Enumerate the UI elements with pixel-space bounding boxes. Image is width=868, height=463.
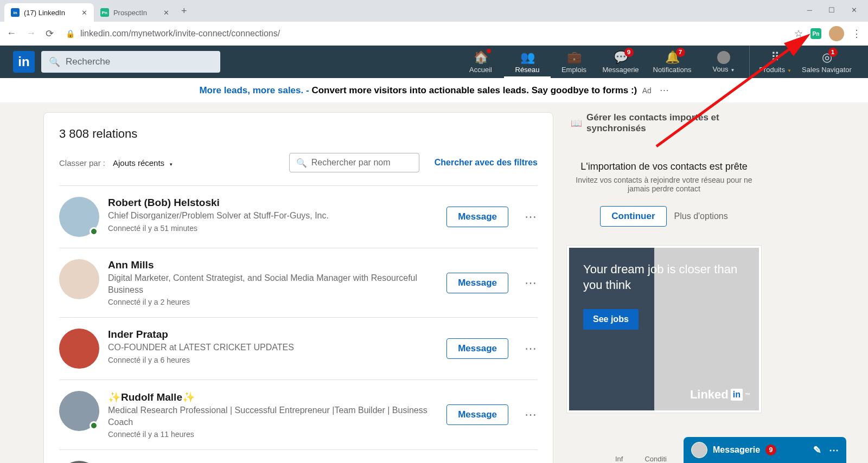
connection-avatar[interactable] [59, 391, 99, 431]
nav-sales-navigator[interactable]: ◎1 Sales Navigator [799, 46, 855, 78]
nav-label: Vous▼ [713, 65, 735, 73]
bell-icon: 🔔7 [665, 50, 680, 65]
nav-label: Messagerie [602, 66, 639, 74]
connection-avatar[interactable] [59, 197, 99, 237]
ad-menu-icon[interactable]: ⋯ [660, 85, 669, 95]
people-icon: 👥 [520, 50, 535, 65]
maximize-icon[interactable]: ☐ [828, 6, 835, 14]
ad-link[interactable]: More leads, more sales. - [199, 85, 309, 95]
search-input[interactable]: 🔍 Recherche [41, 51, 220, 73]
linkedin-header: in 🔍 Recherche 🏠 Accueil 👥 Réseau 💼 Empl… [0, 46, 868, 78]
close-icon[interactable]: ✕ [81, 9, 87, 17]
connection-title: Medical Research Professional | Successf… [108, 404, 438, 428]
connection-name[interactable]: ✨Rudolf Malle✨ [108, 391, 438, 403]
connection-count: 3 808 relations [59, 127, 538, 141]
compose-icon[interactable]: ✎ [813, 444, 821, 456]
new-tab-button[interactable]: + [176, 5, 193, 17]
connection-title: CO-FOUNDER at LATEST CRICKET UPDATES [108, 342, 438, 353]
back-icon[interactable]: ← [7, 28, 16, 40]
dock-label: Messagerie [713, 445, 760, 455]
nav-me[interactable]: Vous▼ [700, 46, 747, 78]
connection-name[interactable]: Robert (Bob) Helstoski [108, 197, 438, 209]
filter-link[interactable]: Chercher avec des filtres [435, 158, 538, 168]
message-button[interactable]: Message [446, 404, 508, 425]
see-jobs-button[interactable]: See jobs [583, 309, 639, 330]
search-placeholder: Rechercher par nom [311, 158, 391, 168]
message-button[interactable]: Message [446, 273, 508, 293]
row-menu-icon[interactable]: ⋯ [525, 276, 538, 290]
row-menu-icon[interactable]: ⋯ [525, 342, 538, 356]
continue-button[interactable]: Continuer [600, 206, 666, 227]
linkedin-logo[interactable]: in [13, 51, 35, 73]
nav-divider [749, 46, 750, 78]
message-button[interactable]: Message [446, 338, 508, 359]
connection-row: Donna Kim Digital Marketing, Content, Cr… [59, 450, 538, 463]
browser-tab-linkedin[interactable]: in (17) LinkedIn ✕ [4, 3, 94, 22]
browser-chrome: in (17) LinkedIn ✕ Pn ProspectIn ✕ + ─ ☐… [0, 0, 868, 46]
search-icon: 🔍 [296, 158, 307, 168]
nav-notifications[interactable]: 🔔7 Notifications [644, 46, 700, 78]
chevron-down-icon: ▼ [169, 162, 173, 167]
connection-meta: Connecté il y a 2 heures [108, 298, 438, 306]
ad-body: Convert more visitors into actionable sa… [311, 85, 637, 95]
star-icon[interactable]: ☆ [794, 28, 803, 40]
primary-nav: 🏠 Accueil 👥 Réseau 💼 Emplois 💬9 Messager… [457, 46, 855, 78]
close-window-icon[interactable]: ✕ [851, 6, 857, 14]
url-text: linkedin.com/mynetwork/invite-connect/co… [80, 29, 280, 38]
import-subtitle: Invitez vos contacts à rejoindre votre r… [566, 176, 762, 193]
nav-jobs[interactable]: 💼 Emplois [551, 46, 597, 78]
nav-label: Sales Navigator [802, 66, 852, 74]
tab-title: ProspectIn [113, 9, 147, 17]
connections-card: 3 808 relations Classer par : Ajouts réc… [43, 112, 553, 463]
connection-row: Robert (Bob) Helstoski Chief Disorganize… [59, 185, 538, 248]
connection-name[interactable]: Donna Kim [108, 461, 438, 463]
manage-contacts-label: Gérer les contacts importés et synchroni… [586, 112, 762, 134]
nav-label: Accueil [469, 66, 492, 74]
extension-prospectin-icon[interactable]: Pn [810, 28, 821, 39]
window-controls: ─ ☐ ✕ [807, 6, 868, 16]
reload-icon[interactable]: ⟳ [46, 28, 54, 40]
connection-avatar[interactable] [59, 329, 99, 369]
connection-avatar[interactable] [59, 259, 99, 299]
nav-label: Produits▼ [759, 66, 792, 74]
dock-avatar [691, 442, 707, 458]
connection-row: Ann Mills Digital Marketer, Content Stra… [59, 248, 538, 318]
url-bar[interactable]: 🔒 linkedin.com/mynetwork/invite-connect/… [61, 29, 787, 38]
grid-icon: ⠿ [771, 50, 780, 65]
close-icon[interactable]: ✕ [163, 9, 169, 17]
row-menu-icon[interactable]: ⋯ [525, 210, 538, 224]
nav-network[interactable]: 👥 Réseau [504, 46, 551, 78]
menu-icon[interactable]: ⋮ [852, 28, 861, 40]
sort-label: Classer par : [59, 158, 105, 168]
briefcase-icon: 💼 [567, 50, 582, 65]
nav-label: Emplois [561, 66, 586, 74]
me-avatar [717, 51, 730, 64]
sidebar-ad[interactable]: Your dream job is closer than you think … [566, 245, 762, 413]
message-button[interactable]: Message [446, 207, 508, 227]
minimize-icon[interactable]: ─ [807, 6, 812, 14]
sort-dropdown[interactable]: Ajouts récents ▼ [113, 158, 173, 168]
search-by-name-input[interactable]: 🔍 Rechercher par nom [289, 153, 419, 172]
nav-home[interactable]: 🏠 Accueil [457, 46, 504, 78]
banner-ad: More leads, more sales. - Convert more v… [0, 78, 868, 102]
presence-indicator [90, 227, 98, 236]
nav-label: Notifications [653, 66, 692, 74]
profile-avatar[interactable] [829, 26, 844, 41]
connection-name[interactable]: Inder Pratap [108, 329, 438, 340]
connection-name[interactable]: Ann Mills [108, 259, 438, 271]
connection-title: Digital Marketer, Content Strategist, an… [108, 272, 438, 295]
nav-messaging[interactable]: 💬9 Messagerie [597, 46, 644, 78]
ad-label: Ad [642, 86, 652, 95]
manage-contacts-link[interactable]: 📖 Gérer les contacts importés et synchro… [571, 112, 762, 134]
dock-menu-icon[interactable]: ⋯ [829, 444, 839, 456]
connection-avatar[interactable] [59, 461, 99, 463]
row-menu-icon[interactable]: ⋯ [525, 408, 538, 422]
book-icon: 📖 [571, 118, 582, 129]
forward-icon[interactable]: → [26, 28, 36, 40]
nav-products[interactable]: ⠿ Produits▼ [752, 46, 799, 78]
more-options-link[interactable]: Plus d'options [674, 211, 728, 221]
connection-row: ✨Rudolf Malle✨ Medical Research Professi… [59, 380, 538, 450]
browser-tab-prospectin[interactable]: Pn ProspectIn ✕ [94, 3, 176, 22]
messaging-dock[interactable]: Messagerie 9 ✎ ⋯ [684, 437, 846, 463]
presence-indicator [90, 421, 98, 430]
